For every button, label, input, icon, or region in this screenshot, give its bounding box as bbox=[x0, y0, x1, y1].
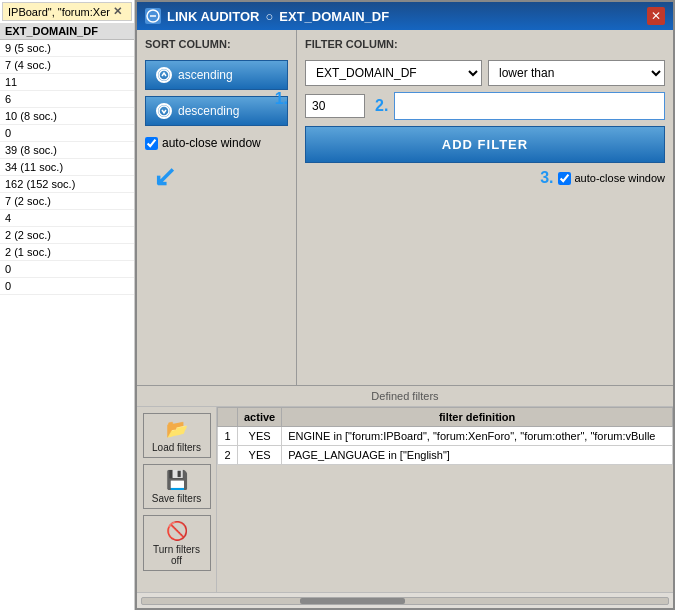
bg-row-label: 162 (152 soc.) bbox=[5, 178, 75, 190]
title-bar-left: LINK AUDITOR ○ EXT_DOMAIN_DF bbox=[145, 8, 389, 24]
bg-table-row: 10 (8 soc.) bbox=[0, 108, 134, 125]
horizontal-scrollbar[interactable] bbox=[137, 592, 673, 608]
scroll-track[interactable] bbox=[141, 597, 669, 605]
svg-point-3 bbox=[159, 106, 169, 116]
save-filters-icon: 💾 bbox=[166, 469, 188, 491]
descending-label: descending bbox=[178, 104, 239, 118]
title-bar: LINK AUDITOR ○ EXT_DOMAIN_DF ✕ bbox=[137, 2, 673, 30]
ascending-label: ascending bbox=[178, 68, 233, 82]
dialog-content: SORT COLUMN: ascending descen bbox=[137, 30, 673, 385]
bg-col-header: EXT_DOMAIN_DF bbox=[0, 23, 134, 40]
auto-close-sort-label: auto-close window bbox=[162, 136, 261, 150]
bg-table-row: 0 bbox=[0, 125, 134, 142]
auto-close-filter-checkbox[interactable] bbox=[558, 172, 571, 185]
filter-row-definition: ENGINE in ["forum:IPBoard", "forum:XenFo… bbox=[282, 427, 673, 446]
defined-filters-label: Defined filters bbox=[137, 386, 673, 407]
filter-table: active filter definition 1 YES ENGINE in… bbox=[217, 407, 673, 465]
add-filter-button[interactable]: ADD FILTER bbox=[305, 126, 665, 163]
filter-row-num: 1 bbox=[218, 427, 238, 446]
bg-row-label: 9 (5 soc.) bbox=[5, 42, 51, 54]
filter-table-body: 1 YES ENGINE in ["forum:IPBoard", "forum… bbox=[218, 427, 673, 465]
filter-value-row: 2. bbox=[305, 92, 665, 120]
bg-table-row: 9 (5 soc.) bbox=[0, 40, 134, 57]
filter-tag-close[interactable]: ✕ bbox=[113, 5, 122, 18]
filter-tag-text: IPBoard", "forum:Xer bbox=[8, 6, 110, 18]
defined-filters-section: Defined filters 📂 Load filters 💾 Save fi… bbox=[137, 385, 673, 608]
bg-table-row: 0 bbox=[0, 261, 134, 278]
save-filters-button[interactable]: 💾 Save filters bbox=[143, 464, 211, 509]
auto-close-filter-label: auto-close window bbox=[575, 172, 666, 184]
turn-filters-off-button[interactable]: 🚫 Turn filters off bbox=[143, 515, 211, 571]
bg-table-row: 2 (2 soc.) bbox=[0, 227, 134, 244]
auto-close-sort-row: auto-close window bbox=[145, 136, 288, 150]
filter-value-display bbox=[394, 92, 665, 120]
load-filters-button[interactable]: 📂 Load filters bbox=[143, 413, 211, 458]
bg-row-label: 7 (2 soc.) bbox=[5, 195, 51, 207]
ascending-icon bbox=[156, 67, 172, 83]
filter-column-select[interactable]: EXT_DOMAIN_DF PAGE_LANGUAGE ENGINE bbox=[305, 60, 482, 86]
bg-row-label: 0 bbox=[5, 127, 11, 139]
bg-row-label: 2 (1 soc.) bbox=[5, 246, 51, 258]
col-active-header: active bbox=[238, 408, 282, 427]
col-num-header bbox=[218, 408, 238, 427]
bg-table-row: 0 bbox=[0, 278, 134, 295]
filter-row-active: YES bbox=[238, 446, 282, 465]
save-filters-label: Save filters bbox=[152, 493, 201, 504]
sort-column-panel: SORT COLUMN: ascending descen bbox=[137, 30, 297, 385]
filter-row-definition: PAGE_LANGUAGE in ["English"] bbox=[282, 446, 673, 465]
auto-close-sort-checkbox[interactable] bbox=[145, 137, 158, 150]
label-1: 1. bbox=[275, 90, 288, 108]
col-definition-header: filter definition bbox=[282, 408, 673, 427]
filter-selects-row: EXT_DOMAIN_DF PAGE_LANGUAGE ENGINE lower… bbox=[305, 60, 665, 86]
bg-row-label: 7 (4 soc.) bbox=[5, 59, 51, 71]
descending-button[interactable]: descending bbox=[145, 96, 288, 126]
label-3: 3. bbox=[540, 169, 553, 187]
bg-table-row: 4 bbox=[0, 210, 134, 227]
title-separator: ○ bbox=[265, 9, 273, 24]
bg-row-label: 10 (8 soc.) bbox=[5, 110, 57, 122]
bg-table-row: 7 (2 soc.) bbox=[0, 193, 134, 210]
scroll-thumb[interactable] bbox=[300, 598, 405, 604]
arrow-annotation: ↙ bbox=[153, 160, 176, 193]
filter-column-label: FILTER COLUMN: bbox=[305, 38, 665, 50]
title-column: EXT_DOMAIN_DF bbox=[279, 9, 389, 24]
bg-row-label: 2 (2 soc.) bbox=[5, 229, 51, 241]
bg-table-row: 39 (8 soc.) bbox=[0, 142, 134, 159]
bg-table-row: 162 (152 soc.) bbox=[0, 176, 134, 193]
filter-table-row: 1 YES ENGINE in ["forum:IPBoard", "forum… bbox=[218, 427, 673, 446]
bg-table-row: 2 (1 soc.) bbox=[0, 244, 134, 261]
bg-rows: 9 (5 soc.)7 (4 soc.)11610 (8 soc.)039 (8… bbox=[0, 40, 134, 295]
bg-row-label: 6 bbox=[5, 93, 11, 105]
bg-row-label: 0 bbox=[5, 263, 11, 275]
auto-close-filter-row: 3. auto-close window bbox=[305, 169, 665, 187]
load-filters-label: Load filters bbox=[152, 442, 201, 453]
filters-content: 📂 Load filters 💾 Save filters 🚫 Turn fil… bbox=[137, 407, 673, 592]
bg-row-label: 11 bbox=[5, 76, 17, 88]
filter-column-panel: FILTER COLUMN: EXT_DOMAIN_DF PAGE_LANGUA… bbox=[297, 30, 673, 385]
bg-table-row: 11 bbox=[0, 74, 134, 91]
bg-table-row: 7 (4 soc.) bbox=[0, 57, 134, 74]
bg-row-label: 4 bbox=[5, 212, 11, 224]
bg-row-label: 39 (8 soc.) bbox=[5, 144, 57, 156]
filter-operator-select[interactable]: lower than greater than equal to in bbox=[488, 60, 665, 86]
filter-table-area[interactable]: active filter definition 1 YES ENGINE in… bbox=[217, 407, 673, 592]
descending-icon bbox=[156, 103, 172, 119]
close-button[interactable]: ✕ bbox=[647, 7, 665, 25]
filter-row-active: YES bbox=[238, 427, 282, 446]
filter-value-input[interactable] bbox=[305, 94, 365, 118]
title-app: LINK AUDITOR bbox=[167, 9, 259, 24]
sort-column-label: SORT COLUMN: bbox=[145, 38, 288, 50]
svg-point-2 bbox=[159, 70, 169, 80]
ascending-button[interactable]: ascending bbox=[145, 60, 288, 90]
action-buttons-panel: 📂 Load filters 💾 Save filters 🚫 Turn fil… bbox=[137, 407, 217, 592]
bg-row-label: 34 (11 soc.) bbox=[5, 161, 63, 173]
bg-table-row: 6 bbox=[0, 91, 134, 108]
label-2: 2. bbox=[375, 97, 388, 115]
turn-filters-off-label: Turn filters off bbox=[150, 544, 204, 566]
link-auditor-icon bbox=[145, 8, 161, 24]
main-dialog: LINK AUDITOR ○ EXT_DOMAIN_DF ✕ SORT COLU… bbox=[135, 0, 675, 610]
filter-tag[interactable]: IPBoard", "forum:Xer ✕ bbox=[2, 2, 132, 21]
load-filters-icon: 📂 bbox=[166, 418, 188, 440]
filter-table-row: 2 YES PAGE_LANGUAGE in ["English"] bbox=[218, 446, 673, 465]
filter-row-num: 2 bbox=[218, 446, 238, 465]
